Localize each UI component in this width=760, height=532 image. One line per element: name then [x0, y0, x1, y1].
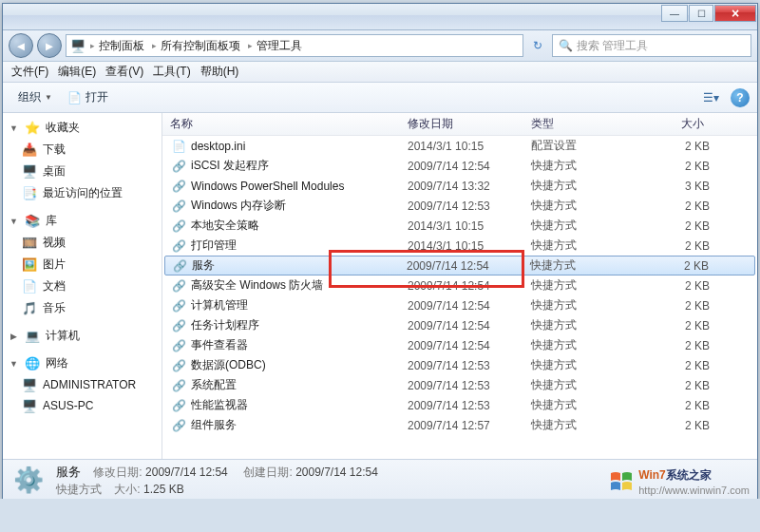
- file-type: 快捷方式: [531, 277, 636, 294]
- file-size: 2 KB: [636, 239, 710, 253]
- help-button[interactable]: ?: [731, 88, 750, 107]
- column-headers[interactable]: 名称 修改日期 类型 大小: [162, 113, 757, 136]
- col-type[interactable]: 类型: [531, 116, 636, 132]
- sidebar-computer[interactable]: ▶💻计算机: [3, 325, 162, 347]
- close-button[interactable]: ×: [714, 5, 756, 22]
- file-row[interactable]: 🔗任务计划程序2009/7/14 12:54快捷方式2 KB: [162, 315, 757, 335]
- file-row[interactable]: 🔗高级安全 Windows 防火墙2009/7/14 12:54快捷方式2 KB: [162, 276, 757, 295]
- breadcrumb[interactable]: 🖥️ ▸控制面板 ▸所有控制面板项 ▸管理工具: [66, 34, 523, 57]
- file-row[interactable]: 🔗服务2009/7/14 12:54快捷方式2 KB: [164, 256, 755, 276]
- file-name: 打印管理: [191, 238, 408, 254]
- file-row[interactable]: 🔗性能监视器2009/7/14 12:53快捷方式2 KB: [162, 395, 757, 415]
- recent-icon: 📑: [22, 186, 37, 201]
- file-date: 2014/3/1 10:15: [408, 239, 531, 253]
- file-date: 2009/7/14 12:53: [408, 379, 531, 392]
- file-date: 2009/7/14 12:53: [408, 200, 531, 213]
- file-icon: 🔗: [171, 258, 188, 274]
- sidebar-videos[interactable]: 🎞️视频: [3, 232, 162, 254]
- file-type: 快捷方式: [531, 417, 636, 433]
- file-list: 名称 修改日期 类型 大小 📄desktop.ini2014/3/1 10:15…: [162, 113, 757, 459]
- file-name: 任务计划程序: [191, 317, 408, 333]
- crumb-1[interactable]: 所有控制面板项: [161, 38, 240, 54]
- library-icon: 📚: [25, 214, 40, 229]
- file-name: iSCSI 发起程序: [191, 158, 408, 174]
- sidebar-network[interactable]: ▼🌐网络: [3, 352, 162, 374]
- sidebar-net-0[interactable]: 🖥️ADMINISTRATOR: [3, 374, 162, 395]
- view-button[interactable]: ☰▾: [696, 87, 725, 108]
- file-row[interactable]: 🔗打印管理2014/3/1 10:15快捷方式2 KB: [162, 236, 757, 256]
- file-row[interactable]: 🔗本地安全策略2014/3/1 10:15快捷方式2 KB: [162, 216, 757, 236]
- sidebar-music[interactable]: 🎵音乐: [3, 297, 162, 319]
- organize-button[interactable]: 组织▼: [10, 86, 60, 108]
- sidebar-downloads[interactable]: 📥下载: [3, 139, 162, 161]
- sidebar-pictures[interactable]: 🖼️图片: [3, 254, 162, 276]
- sidebar-recent[interactable]: 📑最近访问的位置: [3, 182, 162, 204]
- file-date: 2009/7/14 12:53: [408, 359, 531, 372]
- file-icon: 🔗: [170, 238, 187, 254]
- file-icon: 🔗: [170, 418, 187, 433]
- col-size[interactable]: 大小: [636, 116, 721, 132]
- file-icon: 🔗: [170, 199, 187, 214]
- watermark: Win7系统之家http://www.winwin7.com: [609, 466, 750, 497]
- windows-logo-icon: [609, 469, 636, 494]
- file-row[interactable]: 🔗Windows PowerShell Modules2009/7/14 13:…: [162, 176, 757, 196]
- file-name: 事件查看器: [191, 337, 408, 353]
- refresh-button[interactable]: ↻: [527, 35, 548, 56]
- col-name[interactable]: 名称: [170, 116, 408, 132]
- menu-file[interactable]: 文件(F): [9, 62, 51, 82]
- back-button[interactable]: ◄: [9, 33, 33, 58]
- file-row[interactable]: 🔗系统配置2009/7/14 12:53快捷方式2 KB: [162, 375, 757, 395]
- file-row[interactable]: 🔗事件查看器2009/7/14 12:54快捷方式2 KB: [162, 335, 757, 355]
- video-icon: 🎞️: [22, 236, 37, 251]
- forward-button[interactable]: ►: [37, 33, 62, 58]
- maximize-button[interactable]: ☐: [689, 5, 713, 22]
- file-icon: 🔗: [170, 338, 187, 353]
- file-type: 快捷方式: [531, 198, 636, 214]
- menu-tools[interactable]: 工具(T): [150, 62, 193, 82]
- file-type: 快捷方式: [531, 297, 636, 314]
- col-date[interactable]: 修改日期: [408, 116, 531, 132]
- file-row[interactable]: 🔗iSCSI 发起程序2009/7/14 12:54快捷方式2 KB: [162, 156, 757, 176]
- sidebar-net-1[interactable]: 🖥️ASUS-PC: [3, 395, 162, 416]
- sidebar-libraries[interactable]: ▼📚库: [3, 210, 162, 232]
- file-row[interactable]: 🔗组件服务2009/7/14 12:57快捷方式2 KB: [162, 415, 757, 435]
- file-row[interactable]: 🔗数据源(ODBC)2009/7/14 12:53快捷方式2 KB: [162, 355, 757, 375]
- file-row[interactable]: 🔗计算机管理2009/7/14 12:54快捷方式2 KB: [162, 295, 757, 315]
- crumb-0[interactable]: 控制面板: [99, 38, 144, 54]
- computer-icon: 💻: [25, 329, 40, 344]
- file-type: 快捷方式: [530, 257, 635, 274]
- address-bar: ◄ ► 🖥️ ▸控制面板 ▸所有控制面板项 ▸管理工具 ↻ 🔍 搜索 管理工具: [3, 30, 757, 62]
- sidebar-favorites[interactable]: ▼⭐收藏夹: [3, 117, 162, 139]
- menu-view[interactable]: 查看(V): [103, 62, 146, 82]
- file-size: 2 KB: [636, 299, 710, 313]
- file-date: 2009/7/14 13:32: [408, 180, 531, 193]
- file-row[interactable]: 📄desktop.ini2014/3/1 10:15配置设置2 KB: [162, 136, 757, 156]
- file-date: 2009/7/14 12:54: [408, 339, 531, 352]
- explorer-window: — ☐ × ◄ ► 🖥️ ▸控制面板 ▸所有控制面板项 ▸管理工具 ↻ 🔍 搜索…: [2, 3, 758, 499]
- file-name: 性能监视器: [191, 397, 408, 413]
- titlebar[interactable]: — ☐ ×: [3, 4, 757, 30]
- network-icon: 🌐: [25, 356, 40, 371]
- file-size: 2 KB: [636, 379, 710, 392]
- file-icon: 🔗: [170, 398, 187, 413]
- crumb-2[interactable]: 管理工具: [256, 38, 302, 54]
- file-date: 2014/3/1 10:15: [408, 140, 531, 153]
- open-button[interactable]: 📄打开: [60, 86, 116, 108]
- file-icon: 🔗: [170, 358, 187, 373]
- menu-edit[interactable]: 编辑(E): [55, 62, 99, 82]
- file-type: 快捷方式: [531, 158, 636, 174]
- sidebar: ▼⭐收藏夹 📥下载 🖥️桌面 📑最近访问的位置 ▼📚库 🎞️视频 🖼️图片 📄文…: [3, 113, 162, 459]
- document-icon: 📄: [22, 279, 37, 294]
- file-row[interactable]: 🔗Windows 内存诊断2009/7/14 12:53快捷方式2 KB: [162, 196, 757, 216]
- file-icon: 🔗: [170, 159, 187, 174]
- minimize-button[interactable]: —: [661, 5, 688, 22]
- download-icon: 📥: [22, 142, 37, 158]
- menu-help[interactable]: 帮助(H): [198, 62, 242, 82]
- file-date: 2009/7/14 12:54: [408, 279, 531, 293]
- open-icon: 📄: [67, 91, 82, 104]
- file-size: 2 KB: [636, 339, 710, 352]
- sidebar-documents[interactable]: 📄文档: [3, 276, 162, 297]
- search-input[interactable]: 🔍 搜索 管理工具: [552, 34, 751, 57]
- sidebar-desktop[interactable]: 🖥️桌面: [3, 161, 162, 182]
- file-name: Windows 内存诊断: [191, 198, 408, 214]
